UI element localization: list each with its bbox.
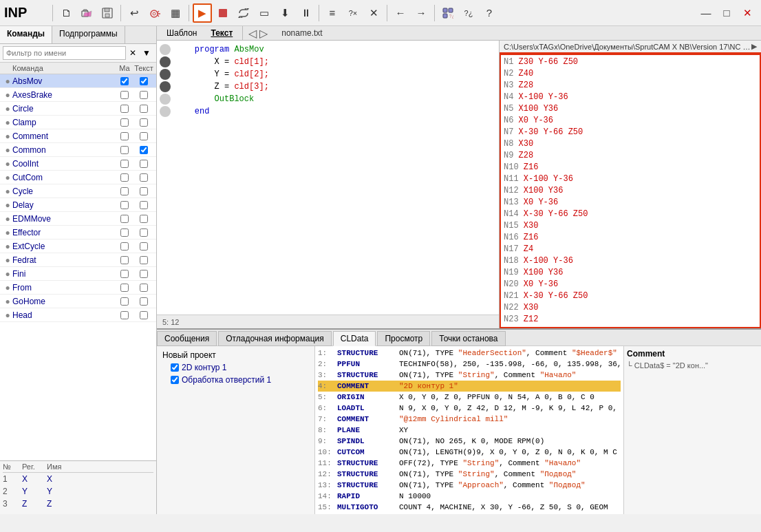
code-content[interactable]: program AbsMov X = cld[1]; Y = cld[2]; Z… [157, 41, 499, 315]
cmd-txt-check[interactable] [134, 256, 153, 264]
btab-cldata[interactable]: CLData [333, 331, 376, 346]
cmd-ma-check[interactable] [115, 91, 134, 99]
cl-num: 11: [318, 458, 337, 469]
nc-expand-btn[interactable]: ▶ [751, 42, 757, 51]
cmd-txt-check[interactable] [134, 105, 153, 113]
cmd-ma-check[interactable] [115, 118, 134, 127]
cmd-ma-check[interactable] [115, 187, 134, 195]
command-row[interactable]: ● Comment [0, 129, 156, 143]
cmd-txt-check[interactable] [134, 77, 153, 85]
command-row[interactable]: ● CutCom [0, 171, 156, 184]
cmd-ma-check[interactable] [115, 77, 134, 85]
cmd-ma-check[interactable] [115, 228, 134, 237]
command-row[interactable]: ● Clamp [0, 116, 156, 129]
tree-item-check[interactable] [171, 376, 179, 384]
stop-btn[interactable] [213, 3, 233, 23]
open-btn[interactable] [77, 3, 96, 23]
command-row[interactable]: ● AxesBrake [0, 88, 156, 102]
command-row[interactable]: ● AbsMov [0, 74, 156, 88]
cmd-txt-check[interactable] [134, 146, 153, 154]
command-row[interactable]: ● Circle [0, 102, 156, 116]
cmd-txt-check[interactable] [134, 160, 153, 168]
fwd-btn[interactable]: → [411, 3, 431, 23]
cmd-ma-check[interactable] [115, 215, 134, 223]
command-row[interactable]: ● Fini [0, 267, 156, 281]
cl-cmd: STRUCTURE [337, 480, 399, 491]
close-btn[interactable]: ✕ [738, 3, 757, 23]
cmd-txt-check[interactable] [134, 173, 153, 182]
pause-btn[interactable]: ⏸ [296, 3, 315, 23]
btab-сообщения[interactable]: Сообщения [157, 331, 217, 346]
tab-commands[interactable]: Команды [0, 26, 52, 43]
macro-btn[interactable]: ?¿ [438, 3, 458, 23]
cmd-txt-check[interactable] [134, 297, 153, 306]
cmd-ma-check[interactable] [115, 242, 134, 251]
cmd-ma-check[interactable] [115, 160, 134, 168]
cmd-txt-check[interactable] [134, 91, 153, 99]
snail-btn[interactable] [145, 3, 164, 23]
nav-back-icon[interactable]: ◁ [248, 27, 257, 40]
cmd-txt-check[interactable] [134, 201, 153, 209]
tree-item-check[interactable] [171, 363, 179, 372]
btab-точки-останова[interactable]: Точки останова [431, 331, 505, 346]
cmd-ma-check[interactable] [115, 270, 134, 278]
cmd-ma-check[interactable] [115, 146, 134, 154]
filter-clear-btn[interactable]: ✕ [126, 46, 140, 60]
maximize-btn[interactable]: □ [717, 3, 736, 23]
cmd-ma-check[interactable] [115, 132, 134, 140]
cldata-content[interactable]: 1: STRUCTURE ON(71), TYPE "HeaderSection… [315, 346, 623, 514]
minimize-btn[interactable]: — [696, 3, 716, 23]
cmd-ma-check[interactable] [115, 297, 134, 306]
command-row[interactable]: ● CoolInt [0, 157, 156, 171]
command-row[interactable]: ● Head [0, 308, 156, 322]
cmd-ma-check[interactable] [115, 284, 134, 292]
cl-num: 14: [318, 491, 337, 502]
save-btn[interactable] [98, 3, 117, 23]
cmd-ma-check[interactable] [115, 105, 134, 113]
filter-down-btn[interactable]: ▼ [140, 46, 153, 60]
play-btn[interactable]: ▶ [193, 3, 212, 23]
cmd-txt-check[interactable] [134, 118, 153, 127]
qx-btn[interactable]: ?× [343, 3, 363, 23]
list-btn[interactable]: ≡ [323, 3, 342, 23]
command-row[interactable]: ● Fedrat [0, 253, 156, 267]
nav-fwd-icon[interactable]: ▷ [259, 27, 268, 40]
cmd-ma-check[interactable] [115, 311, 134, 319]
btab-просмотр[interactable]: Просмотр [377, 331, 430, 346]
cmd-txt-check[interactable] [134, 215, 153, 223]
menu-tekst[interactable]: Текст [204, 26, 239, 40]
help-btn[interactable]: ?¿ [459, 3, 478, 23]
box-btn[interactable]: ▭ [255, 3, 274, 23]
command-row[interactable]: ● Effector [0, 226, 156, 240]
filter-input[interactable] [3, 46, 126, 60]
cmd-txt-check[interactable] [134, 311, 153, 319]
nc-content[interactable]: N1 Z30 Y-66 Z50N2 Z40N3 Z28N4 X-100 Y-36… [500, 54, 761, 328]
cmd-txt-check[interactable] [134, 187, 153, 195]
cmd-txt-check[interactable] [134, 270, 153, 278]
cmd-ma-check[interactable] [115, 173, 134, 182]
new-file-btn[interactable]: 🗋 [56, 3, 76, 23]
command-row[interactable]: ● ExtCycle [0, 240, 156, 253]
menu-shablon[interactable]: Шаблон [160, 26, 204, 40]
cmd-txt-check[interactable] [134, 228, 153, 237]
grid-btn[interactable]: ▦ [166, 3, 185, 23]
cmd-txt-check[interactable] [134, 132, 153, 140]
command-row[interactable]: ● EDMMove [0, 212, 156, 226]
undo-btn[interactable]: ↩ [125, 3, 144, 23]
tab-subroutines[interactable]: Подпрограммы [52, 26, 125, 43]
cmd-ma-check[interactable] [115, 201, 134, 209]
command-row[interactable]: ● From [0, 281, 156, 295]
loop-btn[interactable] [234, 3, 253, 23]
down-btn[interactable]: ⬇ [275, 3, 294, 23]
command-row[interactable]: ● Common [0, 143, 156, 157]
x-cross-btn[interactable]: ✕ [364, 3, 383, 23]
command-row[interactable]: ● Cycle [0, 184, 156, 198]
command-row[interactable]: ● Delay [0, 198, 156, 212]
cmd-txt-check[interactable] [134, 284, 153, 292]
command-row[interactable]: ● GoHome [0, 295, 156, 308]
question-btn[interactable]: ? [480, 3, 499, 23]
cmd-txt-check[interactable] [134, 242, 153, 251]
back-btn[interactable]: ← [391, 3, 410, 23]
cmd-ma-check[interactable] [115, 256, 134, 264]
btab-отладочная-информация[interactable]: Отладочная информация [218, 331, 332, 346]
